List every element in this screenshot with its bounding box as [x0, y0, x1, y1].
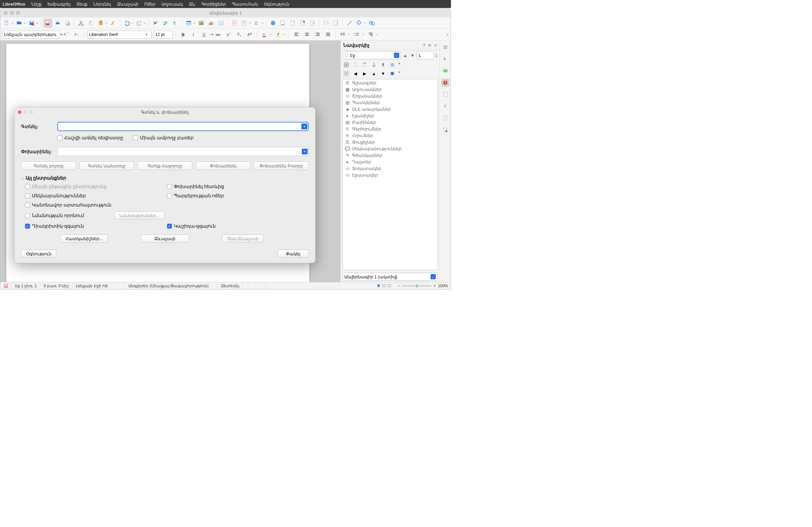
- paste-button[interactable]: [97, 19, 105, 27]
- insert-textbox-button[interactable]: A: [217, 19, 225, 27]
- page-style[interactable]: Լռելյայն Էջի ոճ: [72, 282, 125, 289]
- shapes-dropdown[interactable]: [364, 19, 366, 27]
- justify-button[interactable]: [324, 30, 332, 39]
- find-history-dropdown[interactable]: ▾: [301, 123, 307, 129]
- copy-button[interactable]: [87, 19, 95, 27]
- footnote-button[interactable]: [279, 19, 287, 27]
- italic-button[interactable]: I: [189, 30, 198, 39]
- replace-history-dropdown[interactable]: ▾: [302, 148, 308, 155]
- formatting-marks-button[interactable]: ¶: [171, 19, 179, 27]
- spin-up-icon[interactable]: ▲: [435, 53, 437, 55]
- bullet-list-dropdown[interactable]: [348, 30, 350, 39]
- paragraph-styles-checkbox[interactable]: Պարբերության ոճեր: [167, 193, 309, 198]
- accessibility-rail-icon[interactable]: [441, 126, 449, 134]
- superscript-button[interactable]: X2: [224, 30, 233, 39]
- chevron-down-icon[interactable]: ▾: [398, 71, 400, 76]
- save-button[interactable]: [27, 19, 36, 27]
- list-box-icon[interactable]: [343, 71, 349, 76]
- undo-dropdown[interactable]: [131, 19, 134, 27]
- insert-table-dropdown[interactable]: [193, 19, 196, 27]
- nav-right-icon[interactable]: ▶: [362, 71, 368, 76]
- menu-styles[interactable]: Ոճեր: [144, 2, 156, 6]
- replace-button[interactable]: Փոխարինել: [196, 161, 251, 170]
- clone-format-button[interactable]: [109, 19, 118, 27]
- gallery-rail-icon[interactable]: [441, 67, 449, 75]
- special-char-dropdown[interactable]: [261, 19, 264, 27]
- cut-button[interactable]: [77, 19, 85, 27]
- header-icon[interactable]: [362, 62, 368, 68]
- panel-menu-icon[interactable]: ≡: [434, 43, 437, 48]
- styles-rail-icon[interactable]: A: [441, 55, 449, 63]
- paragraph-style-value[interactable]: [4, 32, 59, 37]
- minimize-window-icon[interactable]: [10, 11, 14, 15]
- bookmark-button[interactable]: [299, 19, 307, 27]
- reminder-icon[interactable]: [380, 62, 386, 68]
- close-button[interactable]: Փակել: [278, 250, 309, 258]
- attributes-button[interactable]: Հատկանիշներ...: [61, 235, 108, 243]
- content-view-icon[interactable]: [343, 62, 349, 68]
- zoom-out-icon[interactable]: −: [397, 283, 400, 288]
- paragraph-style-combo[interactable]: ▾: [2, 31, 60, 39]
- next-page-icon[interactable]: ▼: [409, 53, 416, 58]
- insert-field-button[interactable]: [240, 19, 249, 27]
- nav-up-icon[interactable]: ▲: [371, 71, 377, 76]
- insert-table-button[interactable]: [185, 19, 193, 27]
- undo-button[interactable]: [122, 19, 131, 27]
- replace-backwards-checkbox[interactable]: Փոխարինել հետևից: [167, 184, 309, 189]
- highlight-dropdown[interactable]: [283, 30, 286, 39]
- find-button[interactable]: [151, 19, 160, 27]
- bold-button[interactable]: B: [179, 30, 187, 39]
- align-left-button[interactable]: [292, 30, 301, 39]
- kashida-checkbox[interactable]: Կաշիդա-զգայուն: [167, 223, 309, 229]
- insert-field-dropdown[interactable]: [249, 19, 251, 27]
- chevron-down-icon[interactable]: ▾: [398, 62, 400, 68]
- dialog-close-icon[interactable]: [18, 110, 21, 114]
- find-prev-button[interactable]: Գտնել նախորդը: [79, 161, 134, 170]
- replace-all-button[interactable]: Փոխարինել Բոլորը: [253, 161, 309, 170]
- document-area[interactable]: Գտնել և փոխարինել Գտնել։ ▾ Հաշվի առնել ռ…: [0, 41, 340, 282]
- format-button[interactable]: Ձևաչափ: [141, 235, 189, 243]
- close-panel-icon[interactable]: ✕: [428, 43, 432, 48]
- draw-functions-button[interactable]: [368, 19, 376, 27]
- save-dropdown[interactable]: [36, 19, 39, 27]
- navigator-rail-icon[interactable]: [441, 79, 449, 87]
- update-style-button[interactable]: A: [62, 30, 71, 39]
- clear-format-button[interactable]: A: [245, 30, 254, 39]
- spin-down-icon[interactable]: ▼: [435, 55, 437, 58]
- special-char-button[interactable]: Ω: [253, 19, 261, 27]
- line-button[interactable]: [345, 19, 354, 27]
- new-style-button[interactable]: A+: [72, 30, 81, 39]
- page-break-button[interactable]: [230, 19, 239, 27]
- track-changes-button[interactable]: [332, 19, 340, 27]
- bullet-list-button[interactable]: [339, 30, 347, 39]
- zoom-in-icon[interactable]: +: [434, 283, 436, 288]
- manage-changes-rail-icon[interactable]: [441, 114, 449, 122]
- spellcheck-button[interactable]: ABC: [161, 19, 170, 27]
- highlight-button[interactable]: [274, 30, 282, 39]
- insert-image-button[interactable]: [197, 19, 205, 27]
- print-preview-button[interactable]: [63, 19, 72, 27]
- endnote-button[interactable]: 1: [289, 19, 297, 27]
- find-input[interactable]: [60, 124, 301, 129]
- comment-button[interactable]: [322, 19, 330, 27]
- menu-window[interactable]: Պատուհան: [232, 2, 258, 6]
- menu-help[interactable]: Օգնություն: [264, 2, 289, 6]
- nav-down-icon[interactable]: ▼: [380, 71, 386, 76]
- menu-format[interactable]: Ձևաչափ: [117, 2, 139, 6]
- outline-list-button[interactable]: [366, 30, 375, 39]
- align-right-button[interactable]: [313, 30, 322, 39]
- nav-left-icon[interactable]: ◀: [352, 71, 358, 76]
- app-name[interactable]: LibreOffice: [3, 2, 25, 6]
- menu-table[interactable]: Աղյուսակ: [161, 2, 183, 6]
- chevron-updown-icon[interactable]: ⌄: [394, 53, 399, 58]
- font-color-button[interactable]: A: [260, 30, 269, 39]
- new-doc-button[interactable]: [2, 19, 11, 27]
- align-center-button[interactable]: [303, 30, 311, 39]
- number-list-dropdown[interactable]: [362, 30, 364, 39]
- chevron-updown-icon[interactable]: ⌄: [431, 274, 436, 279]
- cross-ref-button[interactable]: [308, 19, 317, 27]
- page-number-input[interactable]: [417, 52, 434, 59]
- regex-checkbox[interactable]: Կանոնավոր արտահայտություն: [25, 202, 167, 207]
- insert-chart-button[interactable]: [207, 19, 215, 27]
- signature-status[interactable]: [256, 282, 266, 289]
